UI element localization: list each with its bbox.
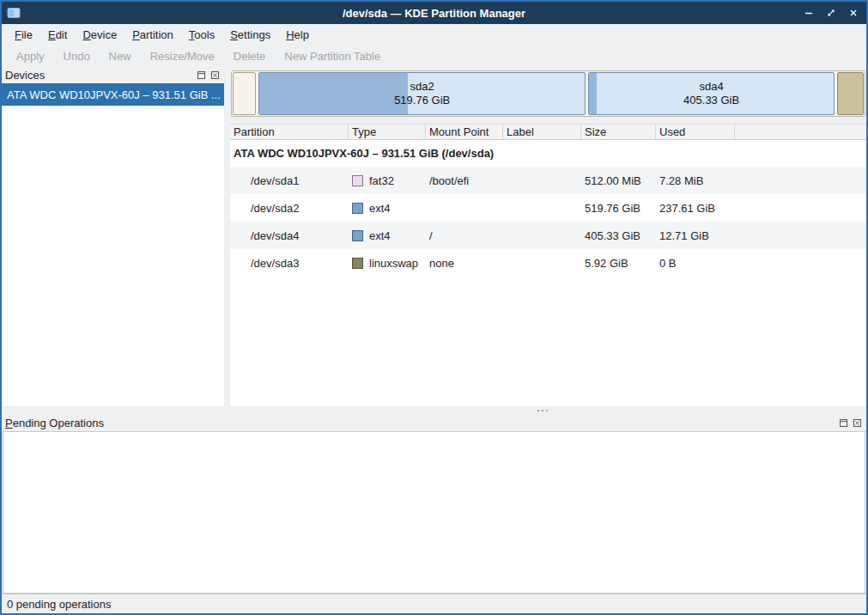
cell-partition: /dev/sda2 <box>230 202 349 215</box>
segment-label: sda4 405.33 GiB <box>589 73 834 114</box>
float-panel-icon[interactable] <box>838 417 849 429</box>
table-row[interactable]: /dev/sda4 ext4 / 405.33 GiB 12.71 GiB <box>230 222 866 249</box>
segment-name: sda2 <box>410 80 434 94</box>
cell-partition: /dev/sda3 <box>230 257 349 270</box>
cell-type: ext4 <box>349 202 426 215</box>
float-panel-icon[interactable] <box>196 70 207 81</box>
maximize-button[interactable] <box>823 5 839 21</box>
fstype-swatch-icon <box>352 203 363 214</box>
table-row[interactable]: /dev/sda2 ext4 519.76 GiB 237.61 GiB <box>230 194 866 222</box>
devices-panel-title: Devices <box>5 69 45 82</box>
column-header-type[interactable]: Type <box>349 125 426 139</box>
devices-panel-header: Devices <box>2 67 224 83</box>
cell-size: 405.33 GiB <box>581 229 656 242</box>
pending-panel-title: Pending Operations <box>5 417 104 429</box>
menu-edit[interactable]: Edit <box>40 26 75 44</box>
device-list: ATA WDC WD10JPVX-60J – 931.51 GiB ... <box>2 83 224 406</box>
delete-button[interactable]: Delete <box>224 46 276 66</box>
cell-size: 512.00 MiB <box>581 174 656 187</box>
devices-panel: Devices ATA WDC WD10JPVX-60J – 931.51 Gi… <box>2 67 224 406</box>
splitter-handle-icon <box>537 410 539 411</box>
column-header-filler <box>735 125 866 139</box>
close-button[interactable] <box>846 5 861 21</box>
fstype-swatch-icon <box>352 230 363 241</box>
fstype-text: ext4 <box>369 202 391 215</box>
cell-size: 519.76 GiB <box>581 202 656 215</box>
pending-operations-count: 0 pending operations <box>7 598 111 611</box>
column-header-mount-point[interactable]: Mount Point <box>426 125 503 139</box>
column-header-partition[interactable]: Partition <box>230 125 349 139</box>
titlebar[interactable]: /dev/sda — KDE Partition Manager <box>2 2 866 24</box>
pending-operations-panel: Pending Operations <box>2 415 866 594</box>
menu-settings[interactable]: Settings <box>222 26 278 44</box>
menu-partition[interactable]: Partition <box>124 26 181 44</box>
partition-segment-sda3[interactable] <box>837 72 864 115</box>
cell-mount-point: none <box>426 257 503 270</box>
undo-button[interactable]: Undo <box>54 46 100 66</box>
partition-segment-sda1[interactable] <box>233 72 256 115</box>
pending-panel-buttons <box>838 417 863 429</box>
cell-mount-point: /boot/efi <box>426 174 503 187</box>
statusbar: 0 pending operations <box>2 594 866 613</box>
pending-panel-header: Pending Operations <box>2 415 866 431</box>
partition-segment-sda4[interactable]: sda4 405.33 GiB <box>588 72 835 115</box>
column-header-size[interactable]: Size <box>581 125 656 139</box>
column-header-used[interactable]: Used <box>656 125 735 139</box>
partition-bar: sda2 519.76 GiB sda4 405.33 GiB <box>231 70 865 117</box>
new-partition-button[interactable]: New <box>100 46 141 66</box>
minimize-button[interactable] <box>801 5 816 21</box>
apply-button[interactable]: Apply <box>7 46 54 66</box>
table-row[interactable]: /dev/sda1 fat32 /boot/efi 512.00 MiB 7.2… <box>230 167 866 194</box>
table-row[interactable]: /dev/sda3 linuxswap none 5.92 GiB 0 B <box>230 249 866 277</box>
cell-size: 5.92 GiB <box>581 257 656 270</box>
cell-used: 0 B <box>656 257 735 270</box>
menu-help[interactable]: Help <box>278 26 317 44</box>
cell-used: 237.61 GiB <box>656 202 735 215</box>
used-space-fill <box>838 73 863 114</box>
content-area: sda2 519.76 GiB sda4 405.33 GiB <box>230 67 866 406</box>
fstype-swatch-icon <box>352 258 363 269</box>
fstype-swatch-icon <box>352 175 363 186</box>
partition-segment-sda2[interactable]: sda2 519.76 GiB <box>258 72 586 115</box>
menu-file[interactable]: File <box>7 26 40 44</box>
devices-panel-buttons <box>196 70 221 81</box>
horizontal-splitter[interactable] <box>2 406 866 415</box>
menubar: File Edit Device Partition Tools Setting… <box>2 24 866 45</box>
column-header-label[interactable]: Label <box>503 125 581 139</box>
segment-name: sda4 <box>700 80 724 94</box>
main-area: Devices ATA WDC WD10JPVX-60J – 931.51 Gi… <box>2 67 866 406</box>
vertical-splitter[interactable] <box>224 67 230 406</box>
cell-partition: /dev/sda4 <box>230 229 349 242</box>
cell-type: linuxswap <box>349 257 426 270</box>
fstype-text: fat32 <box>369 174 394 187</box>
cell-used: 12.71 GiB <box>656 229 735 242</box>
close-panel-icon[interactable] <box>209 70 221 81</box>
pending-operations-list <box>3 431 865 594</box>
toolbar: Apply Undo New Resize/Move Delete New Pa… <box>2 45 866 67</box>
table-header: Partition Type Mount Point Label Size Us… <box>230 124 866 140</box>
cell-used: 7.28 MiB <box>656 174 735 187</box>
cell-type: ext4 <box>349 229 426 242</box>
app-icon[interactable] <box>7 6 21 20</box>
partition-table: Partition Type Mount Point Label Size Us… <box>230 124 866 406</box>
segment-size: 405.33 GiB <box>683 94 739 107</box>
menu-tools[interactable]: Tools <box>181 26 222 44</box>
window-title: /dev/sda — KDE Partition Manager <box>2 7 866 20</box>
cell-mount-point: / <box>426 229 503 242</box>
resize-move-button[interactable]: Resize/Move <box>141 46 224 66</box>
window-controls <box>801 5 861 21</box>
cell-type: fat32 <box>349 174 426 187</box>
close-panel-icon[interactable] <box>852 417 863 429</box>
new-partition-table-button[interactable]: New Partition Table <box>275 46 390 66</box>
used-space-fill <box>589 73 597 114</box>
used-space-fill <box>259 73 408 114</box>
fstype-text: linuxswap <box>369 257 418 270</box>
menu-device[interactable]: Device <box>75 26 124 44</box>
fstype-text: ext4 <box>369 229 391 242</box>
cell-partition: /dev/sda1 <box>230 174 349 187</box>
app-window: /dev/sda — KDE Partition Manager File Ed… <box>0 0 868 615</box>
device-group-row[interactable]: ATA WDC WD10JPVX-60J – 931.51 GiB (/dev/… <box>230 140 866 167</box>
device-item[interactable]: ATA WDC WD10JPVX-60J – 931.51 GiB ... <box>2 83 224 106</box>
